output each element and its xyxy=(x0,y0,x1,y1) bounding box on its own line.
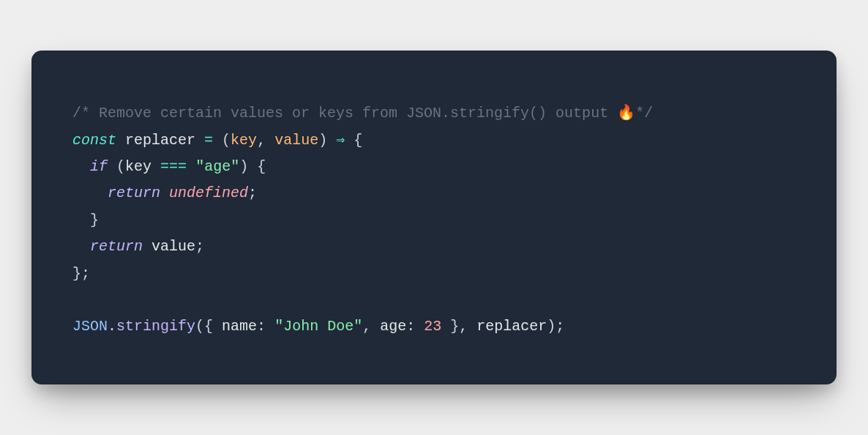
semi-2: ; xyxy=(195,238,204,255)
paren-close-3: ) xyxy=(547,318,555,335)
param-value: value xyxy=(274,132,318,149)
arrow: ⇒ xyxy=(336,132,345,149)
paren-open: ( xyxy=(222,132,231,149)
dot: . xyxy=(108,318,116,335)
comment-open: /* xyxy=(72,105,99,122)
kw-return-2: return xyxy=(90,238,143,255)
prop-name: name xyxy=(222,318,257,335)
op-assign: = xyxy=(204,132,213,149)
semi-3: ; xyxy=(81,265,90,282)
brace-close: } xyxy=(72,265,81,282)
code-block: /* Remove certain values or keys from JS… xyxy=(72,100,796,341)
colon-1: : xyxy=(257,318,266,335)
semi-1: ; xyxy=(248,185,257,201)
id-key: key xyxy=(125,158,151,175)
kw-const: const xyxy=(72,132,116,149)
brace-open: { xyxy=(353,132,362,149)
code-card: /* Remove certain values or keys from JS… xyxy=(31,51,837,384)
comma: , xyxy=(257,132,266,149)
paren-close: ) xyxy=(318,132,327,149)
comment-close: */ xyxy=(635,105,653,122)
fn-stringify: stringify xyxy=(116,318,195,335)
paren-open-2: ( xyxy=(116,158,125,175)
num-23: 23 xyxy=(424,318,441,335)
fire-icon: 🔥 xyxy=(617,105,635,122)
comma-2: , xyxy=(362,318,371,335)
id-replacer: replacer xyxy=(125,132,195,149)
param-key: key xyxy=(231,132,257,149)
obj-open: { xyxy=(204,318,222,335)
id-replacer-2: replacer xyxy=(476,318,547,335)
str-john: "John Doe" xyxy=(274,318,362,335)
id-value: value xyxy=(151,238,195,255)
kw-return: return xyxy=(108,185,160,201)
comment-line: /* Remove certain values or keys from JS… xyxy=(72,105,653,122)
comma-3: , xyxy=(459,318,468,335)
id-json: JSON xyxy=(72,318,108,335)
undefined: undefined xyxy=(169,185,248,201)
semi-4: ; xyxy=(555,318,564,335)
colon-2: : xyxy=(406,318,415,335)
obj-close: } xyxy=(441,318,459,335)
comment-text: Remove certain values or keys from JSON.… xyxy=(99,105,617,122)
paren-close-2: ) xyxy=(239,158,248,175)
op-eq: === xyxy=(160,158,187,175)
brace-close-2: } xyxy=(90,212,99,228)
kw-if: if xyxy=(90,158,108,175)
prop-age: age xyxy=(380,318,406,335)
paren-open-3: ( xyxy=(195,318,204,335)
str-age: "age" xyxy=(195,158,239,175)
brace-open-2: { xyxy=(257,158,266,175)
